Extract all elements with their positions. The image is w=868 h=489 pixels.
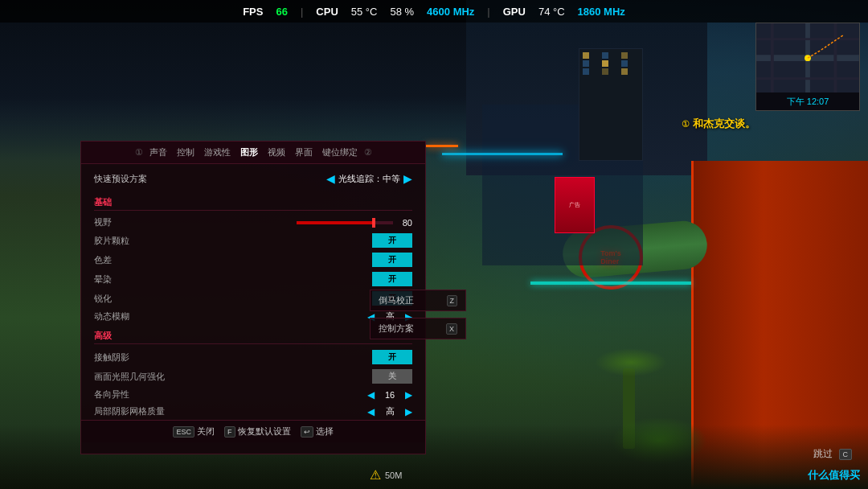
local-shadow-prev[interactable]: ◀ <box>367 406 375 417</box>
local-shadow-next[interactable]: ▶ <box>405 406 412 417</box>
minimap-time: 下午 12:07 <box>756 92 859 110</box>
aniso-next[interactable]: ▶ <box>405 389 412 401</box>
cpu-label: CPU <box>316 6 338 18</box>
gpu-label: GPU <box>503 6 526 18</box>
film-grain-toggle[interactable]: 开 <box>372 233 412 248</box>
warning-icon: ⚠ <box>370 467 381 483</box>
quick-preset-label: 快速预设方案 <box>94 173 147 185</box>
select-button[interactable]: ↩ 选择 <box>301 425 334 438</box>
neon-strip-2 <box>530 281 691 285</box>
setting-contact-shadow: 接触阴影 开 <box>94 347 412 367</box>
side-buttons: 倒马校正 Z 控制方案 X <box>370 290 466 339</box>
tab-controls[interactable]: 控制 <box>174 146 198 158</box>
setting-bloom: 晕染 开 <box>94 269 412 289</box>
distant-building <box>579 48 643 161</box>
palm-top <box>595 348 667 376</box>
bottom-warning: ⚠ 50M <box>370 467 402 483</box>
tab-sound[interactable]: 声音 <box>146 146 170 158</box>
warning-text: 50M <box>385 471 402 480</box>
hud-bar: FPS 66 | CPU 55 °C 58 % 4600 MHz | GPU 7… <box>0 0 868 23</box>
minimap: 下午 12:07 <box>755 23 860 111</box>
neon-strip-1 <box>442 153 563 155</box>
billboard: 广告 <box>555 177 595 233</box>
tab-ui[interactable]: 界面 <box>292 146 316 158</box>
gpu-freq: 1860 MHz <box>578 6 625 18</box>
cpu-temp: 55 °C <box>351 6 378 18</box>
tab-keybinds[interactable]: 键位绑定 <box>319 146 361 158</box>
cpu-freq: 4600 MHz <box>427 6 474 18</box>
cpu-usage: 58 % <box>390 6 414 18</box>
quest-text: ① 和杰克交谈。 <box>682 117 755 131</box>
panel-tabs: ① 声音 控制 游戏性 图形 视频 界面 键位绑定 ② <box>81 142 425 164</box>
skip-button[interactable]: 跳过 C <box>813 447 852 461</box>
preset-prev-btn[interactable]: ◀ <box>326 172 335 185</box>
setting-local-shadow-mesh: 局部阴影网格质量 ◀ 高 ▶ <box>94 403 412 420</box>
preset-value: 光线追踪：中等 <box>338 173 400 185</box>
fov-value: 80 <box>396 218 412 228</box>
fps-value: 66 <box>276 6 287 18</box>
section-basic: 基础 <box>94 196 412 211</box>
close-button[interactable]: ESC 关闭 <box>173 425 215 438</box>
tab-video[interactable]: 视频 <box>264 146 289 158</box>
aniso-prev[interactable]: ◀ <box>367 389 375 401</box>
section-advanced: 高级 <box>94 330 412 344</box>
skip-key: C <box>839 449 853 460</box>
setting-anisotropic: 各向异性 ◀ 16 ▶ <box>94 386 412 403</box>
setting-fov: 视野 80 <box>94 214 412 231</box>
restore-defaults-button[interactable]: F 恢复默认设置 <box>224 425 291 438</box>
setting-film-grain: 胶片颗粒 开 <box>94 231 412 250</box>
panel-bottom: ESC 关闭 F 恢复默认设置 ↩ 选择 <box>81 420 425 442</box>
tab-graphics[interactable]: 图形 <box>237 146 261 158</box>
minimap-map <box>756 23 859 92</box>
building-top-left <box>0 0 466 161</box>
local-shadow-value: 高 <box>378 405 402 417</box>
quick-preset-row: 快速预设方案 ◀ 光线追踪：中等 ▶ <box>94 169 412 188</box>
fov-slider[interactable] <box>297 221 393 224</box>
ss-lighting-toggle[interactable]: 关 <box>372 369 412 384</box>
setting-ss-lighting: 画面光照几何强化 关 <box>94 367 412 386</box>
aniso-value: 16 <box>378 390 402 400</box>
fps-label: FPS <box>243 6 263 18</box>
gpu-temp: 74 °C <box>538 6 565 18</box>
setting-motion-blur: 动态模糊 ◀ 高 ▶ <box>94 308 412 325</box>
chromatic-toggle[interactable]: 开 <box>372 253 412 267</box>
setting-chromatic: 色差 开 <box>94 250 412 269</box>
contact-shadow-toggle[interactable]: 开 <box>372 350 412 364</box>
preset-next-btn[interactable]: ▶ <box>403 172 412 185</box>
tab-gameplay[interactable]: 游戏性 <box>201 146 234 158</box>
bloom-toggle[interactable]: 开 <box>372 272 412 286</box>
setting-sharpen: 锐化 开 <box>94 289 412 308</box>
watermark: 什么值得买 <box>808 468 860 483</box>
calibration-button[interactable]: 倒马校正 Z <box>370 290 466 311</box>
control-scheme-button[interactable]: 控制方案 X <box>370 318 466 339</box>
orange-neon <box>426 145 458 147</box>
